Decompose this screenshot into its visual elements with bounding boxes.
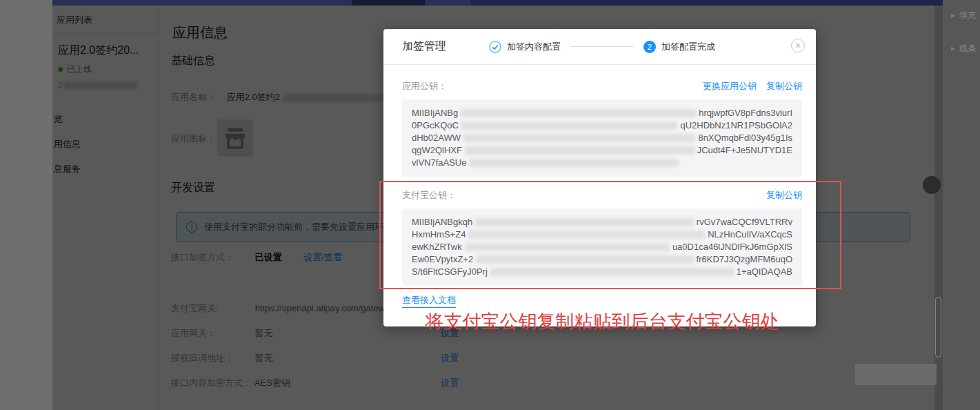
- modal-title: 加签管理: [402, 39, 446, 54]
- editor-line-item[interactable]: ▶ 线条: [943, 43, 976, 55]
- app-key-row: 应用公钥： 更换应用公钥 复制公钥: [402, 80, 802, 92]
- editor-panel: ▶ 填充 ▶ 线条: [943, 0, 980, 410]
- screenshot-canvas: 应用列表 应用2.0签约20... 已上线 2 览 用信息 息服务: [0, 0, 980, 410]
- tab-segment: [352, 0, 425, 6]
- step-1: 加签内容配置: [489, 41, 561, 53]
- key-line: 0PGcKQoCqU2HDbNz1NR1PSbGOlA2: [412, 119, 792, 132]
- step-2-number: 2: [643, 41, 656, 53]
- step-2: 2 加签配置完成: [643, 41, 715, 53]
- bottom-right-panel: [855, 364, 937, 385]
- caret-right-icon: ▶: [951, 46, 955, 52]
- replace-app-key-link[interactable]: 更换应用公钥: [703, 80, 757, 92]
- fill-label: 填充: [959, 10, 976, 21]
- step-1-label: 加签内容配置: [507, 41, 561, 53]
- scrollbar-track[interactable]: [934, 6, 943, 410]
- redacted-segment: [465, 146, 694, 155]
- floating-widget: [923, 176, 941, 194]
- annotation-rectangle: [379, 181, 841, 289]
- step-indicator: 加签内容配置 2 加签配置完成: [489, 41, 715, 53]
- key-line: qgW2QlHXFJCudt4F+Je5NUTYD1E: [412, 144, 792, 157]
- scrollbar-thumb[interactable]: [935, 297, 941, 358]
- redacted-segment: [461, 109, 696, 117]
- caret-right-icon: ▶: [951, 12, 955, 19]
- key-line: MIIBIjANBghrqjwpfGV8pFdns3vlurI: [412, 107, 792, 119]
- browser-tab-strip: [52, 0, 943, 6]
- redacted-segment: [463, 134, 695, 142]
- redacted-segment: [469, 159, 679, 167]
- step-2-label: 加签配置完成: [661, 41, 715, 53]
- copy-app-key-link[interactable]: 复制公钥: [766, 80, 802, 92]
- modal-header: 加签管理 加签内容配置 2 加签配置完成 ×: [383, 29, 816, 65]
- tab-segment: [470, 0, 943, 6]
- app-key-label: 应用公钥：: [402, 80, 447, 92]
- check-circle-icon: [489, 41, 501, 53]
- key-line: vlVN7faASUe: [412, 157, 792, 169]
- annotation-caption: 将支付宝公钥复制粘贴到后台支付宝公钥处: [402, 309, 802, 334]
- view-doc-link[interactable]: 查看接入文档: [402, 294, 456, 308]
- editor-fill-item[interactable]: ▶ 填充: [943, 10, 976, 21]
- key-line: dHb02AWW8nXQmqbFdl03y45g1Is: [412, 132, 792, 144]
- close-icon[interactable]: ×: [791, 39, 805, 52]
- step-connector: [570, 46, 634, 47]
- redacted-segment: [461, 121, 678, 130]
- app-public-key-box: MIIBIjANBghrqjwpfGV8pFdns3vlurI 0PGcKQoC…: [402, 99, 802, 177]
- line-label: 线条: [959, 43, 976, 55]
